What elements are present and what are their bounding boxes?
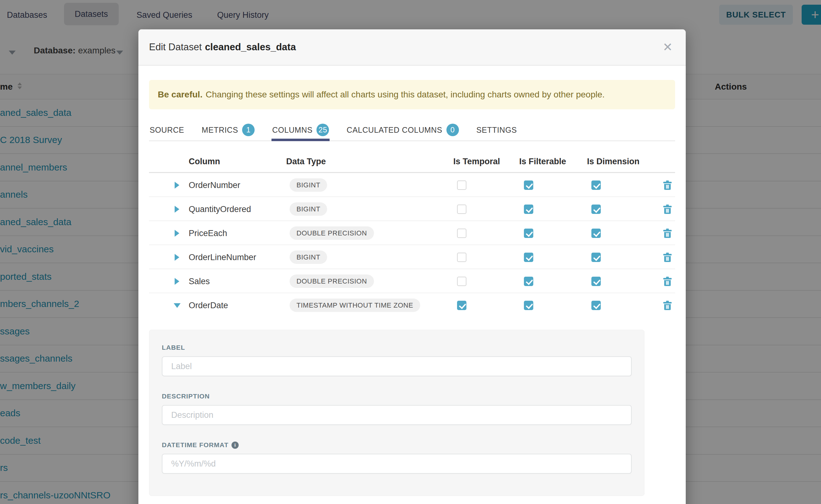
columns-count-badge: 25	[316, 124, 329, 136]
column-header: Column	[189, 157, 220, 166]
expand-caret-icon[interactable]	[175, 278, 179, 285]
modal-tabs: SOURCE METRICS 1 COLUMNS 25 CALCULATED C…	[149, 121, 675, 141]
column-row: QuantityOrdered BIGINT	[149, 197, 675, 221]
is-temporal-checkbox[interactable]	[457, 301, 467, 310]
column-name: PriceEach	[189, 229, 227, 238]
delete-column-icon[interactable]	[663, 301, 672, 310]
warning-text: Changing these settings will affect all …	[205, 90, 605, 100]
column-name: OrderNumber	[189, 180, 240, 190]
delete-column-icon[interactable]	[663, 180, 672, 190]
data-type-pill: BIGINT	[289, 178, 327, 192]
is-filterable-checkbox[interactable]	[524, 253, 533, 262]
column-name: QuantityOrdered	[189, 205, 251, 214]
is-temporal-checkbox[interactable]	[457, 229, 467, 238]
tab-source[interactable]: SOURCE	[149, 121, 185, 141]
is-dimension-checkbox[interactable]	[591, 180, 601, 190]
tab-label: METRICS	[202, 124, 238, 136]
data-type-pill: DOUBLE PRECISION	[289, 274, 374, 288]
is-temporal-header: Is Temporal	[453, 157, 500, 166]
edit-dataset-modal: Edit Datasetcleaned_sales_data ✕ Be care…	[138, 29, 686, 504]
column-detail-panel: LABEL DESCRIPTION DATETIME FORMAT i	[149, 330, 645, 496]
modal-title-prefix: Edit Dataset	[149, 42, 202, 52]
column-row: OrderLineNumber BIGINT	[149, 245, 675, 269]
tab-label: COLUMNS	[272, 124, 312, 136]
label-field-label-text: LABEL	[162, 344, 185, 351]
is-filterable-checkbox[interactable]	[524, 277, 533, 286]
is-filterable-checkbox[interactable]	[524, 205, 533, 214]
expand-caret-icon[interactable]	[175, 254, 179, 261]
is-temporal-checkbox[interactable]	[457, 205, 467, 214]
columns-table-header: Column Data Type Is Temporal Is Filterab…	[149, 152, 675, 173]
expand-caret-icon[interactable]	[175, 206, 179, 213]
is-dimension-checkbox[interactable]	[591, 277, 601, 286]
data-type-pill: TIMESTAMP WITHOUT TIME ZONE	[289, 299, 420, 312]
is-temporal-checkbox[interactable]	[457, 277, 467, 286]
delete-column-icon[interactable]	[663, 205, 672, 214]
is-temporal-checkbox[interactable]	[457, 253, 467, 262]
description-input[interactable]	[162, 405, 632, 425]
description-field-label-text: DESCRIPTION	[162, 393, 210, 400]
delete-column-icon[interactable]	[663, 229, 672, 238]
description-field-label: DESCRIPTION	[162, 393, 632, 400]
column-row-expanded: OrderDate TIMESTAMP WITHOUT TIME ZONE	[149, 293, 675, 317]
is-dimension-header: Is Dimension	[587, 157, 640, 166]
datetime-format-input[interactable]	[162, 454, 632, 474]
expand-caret-icon[interactable]	[175, 230, 179, 237]
close-icon[interactable]: ✕	[660, 40, 675, 54]
is-dimension-checkbox[interactable]	[591, 205, 601, 214]
is-dimension-checkbox[interactable]	[591, 301, 601, 310]
expand-caret-icon[interactable]	[175, 182, 179, 189]
tab-settings[interactable]: SETTINGS	[476, 121, 518, 141]
is-filterable-header: Is Filterable	[519, 157, 566, 166]
is-dimension-checkbox[interactable]	[591, 253, 601, 262]
calculated-columns-count-badge: 0	[447, 124, 459, 136]
columns-table-rows: OrderNumber BIGINT QuantityOrdered BIGIN…	[149, 173, 675, 317]
tab-label: SETTINGS	[477, 124, 517, 136]
is-temporal-checkbox[interactable]	[457, 180, 467, 190]
is-filterable-checkbox[interactable]	[524, 180, 533, 190]
datetime-format-label-text: DATETIME FORMAT	[162, 441, 228, 449]
collapse-caret-icon[interactable]	[174, 303, 180, 308]
tab-calculated-columns[interactable]: CALCULATED COLUMNS 0	[346, 121, 459, 141]
column-row: PriceEach DOUBLE PRECISION	[149, 221, 675, 245]
tab-label: SOURCE	[150, 124, 184, 136]
data-type-pill: DOUBLE PRECISION	[289, 226, 374, 240]
data-type-header: Data Type	[286, 157, 326, 166]
datetime-format-field-label: DATETIME FORMAT i	[162, 441, 632, 449]
data-type-pill: BIGINT	[289, 202, 327, 216]
column-row: Sales DOUBLE PRECISION	[149, 269, 675, 293]
metrics-count-badge: 1	[242, 124, 255, 136]
is-dimension-checkbox[interactable]	[591, 229, 601, 238]
modal-title-dataset-name: cleaned_sales_data	[205, 42, 296, 52]
label-input[interactable]	[162, 356, 632, 376]
info-icon[interactable]: i	[231, 442, 239, 449]
is-filterable-checkbox[interactable]	[524, 301, 533, 310]
delete-column-icon[interactable]	[663, 253, 672, 262]
modal-title: Edit Datasetcleaned_sales_data	[149, 42, 296, 53]
tab-label: CALCULATED COLUMNS	[346, 124, 442, 136]
column-row: OrderNumber BIGINT	[149, 173, 675, 197]
data-type-pill: BIGINT	[289, 250, 327, 264]
column-name: OrderLineNumber	[189, 253, 256, 262]
column-name: OrderDate	[189, 301, 228, 310]
column-name: Sales	[189, 277, 210, 286]
tab-columns[interactable]: COLUMNS 25	[271, 121, 329, 141]
warning-banner: Be careful. Changing these settings will…	[149, 80, 675, 109]
is-filterable-checkbox[interactable]	[524, 229, 533, 238]
warning-bold-text: Be careful.	[158, 90, 202, 100]
tab-metrics[interactable]: METRICS 1	[201, 121, 255, 141]
label-field-label: LABEL	[162, 344, 632, 351]
modal-header: Edit Datasetcleaned_sales_data ✕	[138, 29, 686, 66]
delete-column-icon[interactable]	[663, 277, 672, 286]
modal-body: Be careful. Changing these settings will…	[138, 80, 686, 496]
